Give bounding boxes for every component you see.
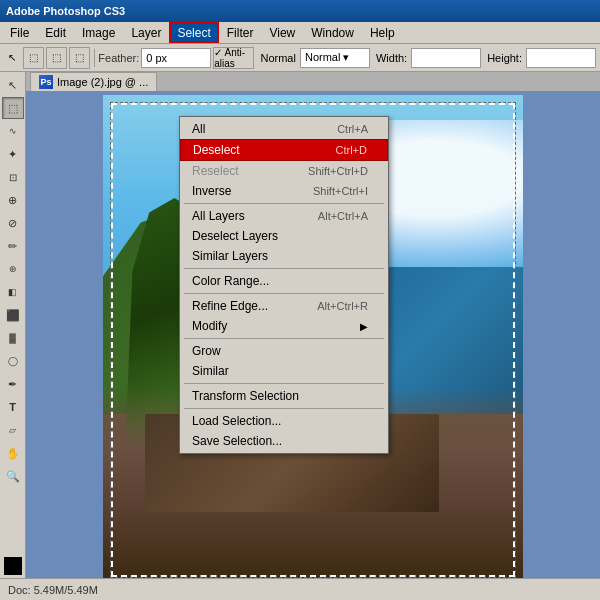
tool-marquee[interactable]: ⬚ <box>2 97 24 119</box>
menu-deselect[interactable]: Deselect Ctrl+D <box>180 139 388 161</box>
tool-hand[interactable]: ✋ <box>2 442 24 464</box>
ps-icon: Ps <box>39 75 53 89</box>
toolbar: ↖ ⬚ ⬚ ⬚ Feather: 0 px ✓ Anti-alias Norma… <box>0 44 600 72</box>
tool-move[interactable]: ↖ <box>2 74 24 96</box>
tools-panel: ↖ ⬚ ∿ ✦ ⊡ ⊕ ⊘ ✏ ⊛ ◧ ⬛ ▓ ◯ ✒ T ▱ ✋ 🔍 <box>0 72 26 578</box>
tool-crop[interactable]: ⊡ <box>2 166 24 188</box>
title-bar: Adobe Photoshop CS3 <box>0 0 600 22</box>
workspace: ↖ ⬚ ∿ ✦ ⊡ ⊕ ⊘ ✏ ⊛ ◧ ⬛ ▓ ◯ ✒ T ▱ ✋ 🔍 Ps I… <box>0 72 600 578</box>
tool-history[interactable]: ◧ <box>2 281 24 303</box>
tool-shape[interactable]: ▱ <box>2 419 24 441</box>
tool-lasso[interactable]: ∿ <box>2 120 24 142</box>
tool-eraser[interactable]: ⬛ <box>2 304 24 326</box>
status-text: Doc: 5.49M/5.49M <box>8 584 98 596</box>
menu-image[interactable]: Image <box>74 22 123 43</box>
tab-image[interactable]: Ps Image (2).jpg @ ... <box>30 72 157 91</box>
tab-bar: Ps Image (2).jpg @ ... <box>26 72 600 91</box>
toolbar-arrow[interactable]: ↖ <box>4 47 21 69</box>
tool-zoom[interactable]: 🔍 <box>2 465 24 487</box>
menu-layer[interactable]: Layer <box>123 22 169 43</box>
canvas-area: Ps Image (2).jpg @ ... <box>26 72 600 578</box>
mode-label: Normal <box>260 52 295 64</box>
toolbar-feather-input[interactable]: 0 px <box>141 48 211 68</box>
toolbar-btn1[interactable]: ⬚ <box>23 47 44 69</box>
menu-filter[interactable]: Filter <box>219 22 262 43</box>
toolbar-btn3[interactable]: ⬚ <box>69 47 90 69</box>
tool-heal[interactable]: ⊘ <box>2 212 24 234</box>
tool-gradient[interactable]: ▓ <box>2 327 24 349</box>
menu-select[interactable]: Select <box>169 22 218 43</box>
width-label: Width: <box>376 52 407 64</box>
height-input[interactable] <box>526 48 596 68</box>
tool-clone[interactable]: ⊛ <box>2 258 24 280</box>
tool-pen[interactable]: ✒ <box>2 373 24 395</box>
menu-edit[interactable]: Edit <box>37 22 74 43</box>
toolbar-btn2[interactable]: ⬚ <box>46 47 67 69</box>
menu-view[interactable]: View <box>261 22 303 43</box>
tool-type[interactable]: T <box>2 396 24 418</box>
tool-eyedropper[interactable]: ⊕ <box>2 189 24 211</box>
toolbar-aa[interactable]: ✓ Anti-alias <box>213 47 254 69</box>
app-title: Adobe Photoshop CS3 <box>6 5 125 17</box>
height-label: Height: <box>487 52 522 64</box>
tool-brush[interactable]: ✏ <box>2 235 24 257</box>
status-bar: Doc: 5.49M/5.49M <box>0 578 600 600</box>
width-input[interactable] <box>411 48 481 68</box>
tool-foreground-bg[interactable] <box>4 557 22 575</box>
menu-deselect-label: Deselect <box>193 143 240 157</box>
toolbar-feather-label: Feather: <box>98 52 139 64</box>
menu-bar: File Edit Image Layer Select Filter View… <box>0 22 600 44</box>
mode-dropdown[interactable]: Normal ▾ <box>300 48 370 68</box>
canvas-container <box>26 91 600 578</box>
menu-help[interactable]: Help <box>362 22 403 43</box>
menu-window[interactable]: Window <box>303 22 362 43</box>
tool-dodge[interactable]: ◯ <box>2 350 24 372</box>
tool-magic-wand[interactable]: ✦ <box>2 143 24 165</box>
photo-background <box>103 95 523 578</box>
menu-file[interactable]: File <box>2 22 37 43</box>
canvas-image <box>103 95 523 578</box>
tab-label: Image (2).jpg @ ... <box>57 76 148 88</box>
toolbar-sep1 <box>94 49 95 67</box>
menu-deselect-shortcut: Ctrl+D <box>336 144 367 156</box>
